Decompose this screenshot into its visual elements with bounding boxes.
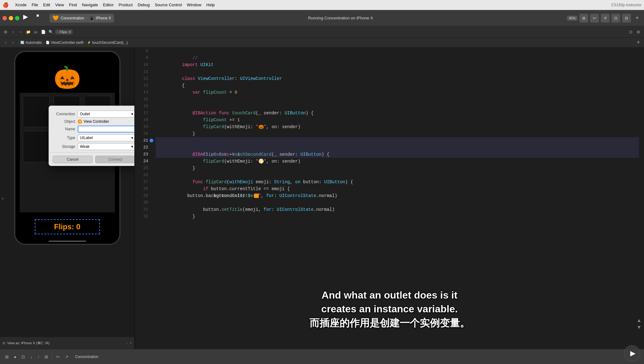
connection-dropdown[interactable]: Outlet ▾ [78, 111, 135, 117]
scroll-up-icon[interactable]: ▲ [636, 318, 641, 323]
card-4[interactable] [23, 131, 49, 162]
line-num-16: 16 [135, 103, 148, 110]
code-content: 8 9 10 11 12 13 14 15 16 17 18 19 20 21 … [135, 48, 644, 220]
code-line-22: flipCount += 1 [156, 144, 639, 151]
breadcrumb-add-icon[interactable]: + [635, 39, 641, 46]
menu-product[interactable]: Product [119, 3, 133, 7]
color-swatch [254, 194, 259, 198]
flips-counter-btn[interactable]: L Flips: 0 [55, 29, 73, 34]
ibaction-dot-icon [149, 138, 153, 143]
code-line-28: button.setTitle("", for: UIControlState.… [156, 185, 639, 192]
bottom-icon-7[interactable]: ✂ [55, 353, 61, 361]
breadcrumb-file[interactable]: 📄 ViewController.swift [46, 40, 83, 45]
code-line-20 [156, 130, 639, 137]
nav-inspector-icon[interactable]: ⊡ [628, 29, 634, 35]
nav-search-icon[interactable]: 🔍 [48, 29, 54, 35]
line-num-26: 26 [135, 172, 148, 179]
line-num-32: 32 [135, 213, 148, 220]
pumpkin-emoji: 🎃 [54, 65, 81, 90]
breadcrumb-function[interactable]: ⚡ touchSecondCard(...) [87, 40, 128, 45]
object-value: ☀ View Controller [78, 119, 135, 124]
dialog-buttons: Cancel Connect [49, 154, 135, 163]
breadcrumb-automatic[interactable]: 🔄 Automatic [20, 40, 42, 45]
close-window-btn[interactable] [3, 16, 7, 20]
code-editor[interactable]: 8 9 10 11 12 13 14 15 16 17 18 19 20 21 … [135, 48, 644, 349]
device-label: iPhone X [96, 16, 111, 20]
code-line-10 [156, 61, 639, 68]
menu-find[interactable]: Find [69, 3, 77, 7]
line-num-22: 22 [135, 144, 148, 151]
name-input[interactable] [78, 126, 135, 133]
line-num-31: 31 [135, 206, 148, 213]
breadcrumb-function-label: touchSecondCard(...) [92, 40, 128, 45]
bottom-icon-8[interactable]: ↗ [64, 353, 70, 361]
storage-dropdown[interactable]: Weak ▾ [78, 143, 135, 150]
apple-menu[interactable]: 🍎 [3, 2, 9, 8]
menu-debug[interactable]: Debug [138, 3, 150, 7]
line-num-8: 8 [135, 48, 148, 55]
storage-value: Weak [80, 144, 89, 149]
nav-file-icon[interactable]: 📄 [40, 29, 46, 35]
cancel-button[interactable]: Cancel [53, 156, 93, 163]
bottom-icon-3[interactable]: ⊡ [20, 353, 26, 361]
connect-button[interactable]: Connect [95, 156, 135, 163]
line-num-28: 28 [135, 185, 148, 192]
nav-next-icon[interactable]: › [18, 29, 24, 35]
line-num-25: 25 [135, 165, 148, 172]
play-button-overlay[interactable]: ▶ [624, 345, 640, 361]
code-line-25 [156, 165, 639, 172]
card-1[interactable] [23, 96, 49, 127]
breadcrumb-file-label: ViewController.swift [51, 40, 83, 45]
menu-editor[interactable]: Editor [103, 3, 114, 7]
code-line-30: button.setTitle(emoji, for: UIControlSta… [156, 199, 639, 206]
view-as-label: View as: iPhone X (⌘C ↑R) [7, 341, 49, 345]
menu-window[interactable]: Window [187, 3, 201, 7]
nav-prev-icon[interactable]: ‹ [10, 29, 16, 35]
bottom-icon-5[interactable]: ↑ [36, 353, 41, 361]
scheme-selector[interactable]: 🧡 Concentration › 📱 iPhone X [49, 14, 114, 23]
nav-split-icon[interactable]: ⊞ [635, 29, 641, 35]
bottom-icon-2[interactable]: ● [13, 353, 18, 361]
type-dropdown[interactable]: UILabel ▾ [78, 134, 135, 141]
scroll-down-icon[interactable]: ▼ [636, 325, 641, 330]
nav-back-icon[interactable]: ⊞ [3, 29, 9, 35]
menu-source-control[interactable]: Source Control [155, 3, 182, 7]
type-label: Type [53, 136, 75, 140]
home-indicator [49, 241, 86, 242]
bottom-icon-1[interactable]: ⊞ [4, 353, 10, 361]
toolbar-icon-btn-5[interactable]: ⊟ [622, 14, 631, 23]
user-label: CS193p Instructor [611, 3, 641, 7]
bottom-icon-6[interactable]: ⊞ [43, 353, 49, 361]
maximize-window-btn[interactable] [15, 16, 19, 20]
zoom-in-icon[interactable]: + [130, 341, 132, 345]
code-line-17: flipCount += 1 [156, 110, 639, 117]
flips-label: Flips: 0 [34, 219, 100, 234]
menu-navigate[interactable]: Navigate [82, 3, 98, 7]
sidebar-toggle-icon[interactable]: › [2, 195, 3, 201]
line-num-12: 12 [135, 75, 148, 82]
toolbar-icon-btn-1[interactable]: ⊞ [579, 14, 588, 23]
run-button[interactable]: ▶ [23, 13, 34, 23]
breadcrumb-nav-next[interactable]: › [10, 39, 16, 46]
subtitle-line3: 而插座的作用是创建一个实例变量。 [135, 316, 644, 330]
line-num-21: 21 [135, 137, 148, 144]
menu-view[interactable]: View [55, 3, 64, 7]
nav-folder-icon[interactable]: 📁 [25, 29, 31, 35]
toolbar-icon-btn-2[interactable]: ↩ [590, 14, 599, 23]
menu-xcode[interactable]: Xcode [15, 3, 27, 7]
outlet-dialog: Connection Outlet ▾ Object ☀ View Contro… [49, 106, 135, 166]
bottom-icon-4[interactable]: ↓ [29, 353, 34, 361]
toolbar-icon-btn-3[interactable]: ↺ [601, 14, 610, 23]
menu-help[interactable]: Help [206, 3, 215, 7]
menu-file[interactable]: File [32, 3, 38, 7]
minimize-window-btn[interactable] [9, 16, 13, 20]
simulator-toggle-icon[interactable]: ⊞ [3, 341, 5, 345]
toolbar-icon-btn-4[interactable]: ⊡ [611, 14, 620, 23]
toolbar: ▶ ■ 🧡 Concentration › 📱 iPhone X Running… [0, 10, 644, 26]
add-button[interactable]: + [633, 14, 641, 23]
zoom-out-icon[interactable]: - [127, 341, 128, 345]
breadcrumb-nav-prev[interactable]: ‹ [3, 39, 9, 46]
menu-edit[interactable]: Edit [43, 3, 50, 7]
stop-button[interactable]: ■ [36, 13, 47, 23]
nav-folder2-icon[interactable]: 🗂 [33, 29, 39, 35]
